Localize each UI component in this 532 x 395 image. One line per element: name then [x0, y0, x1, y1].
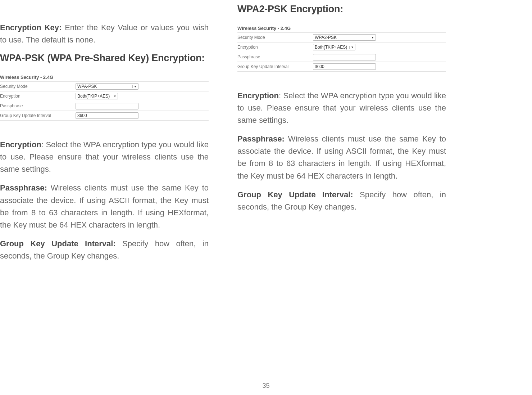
wireless-security-title-2: Wireless Security - 2.4G	[237, 26, 446, 32]
select-encryption-2-value: Both(TKIP+AES)	[315, 45, 347, 50]
para-encryption-2-label: Encryption	[237, 91, 279, 100]
para-interval-2: Group Key Update Interval: Specify how o…	[237, 189, 446, 213]
select-security-mode-2[interactable]: WPA2-PSK ▼	[313, 34, 376, 41]
input-passphrase[interactable]	[76, 103, 138, 109]
right-column: WPA2-PSK Encryption: Wireless Security -…	[237, 4, 446, 269]
label-security-mode-2: Security Mode	[237, 35, 313, 40]
encryption-key-label: Encryption Key:	[0, 23, 62, 32]
chevron-down-icon: ▼	[370, 36, 374, 39]
row-interval-2: Group Key Update Interval 3600	[237, 62, 446, 72]
label-encryption-2: Encryption	[237, 45, 313, 50]
para-passphrase-2-label: Passphrase:	[237, 134, 285, 143]
input-interval-value: 3600	[77, 113, 87, 118]
wpa-psk-heading: WPA-PSK (WPA Pre-Shared Key) Encryption:	[0, 53, 209, 64]
input-passphrase-2[interactable]	[313, 54, 376, 60]
wireless-security-title: Wireless Security - 2.4G	[0, 75, 209, 81]
chevron-down-icon: ▼	[132, 85, 137, 88]
select-security-mode[interactable]: WPA-PSK ▼	[76, 83, 138, 90]
wpa2-psk-settings-screenshot: Wireless Security - 2.4G Security Mode W…	[237, 26, 446, 72]
select-encryption-2[interactable]: Both(TKIP+AES) ▼	[313, 44, 355, 50]
para-encryption: Encryption: Select the WPA encryption ty…	[0, 139, 209, 175]
row-interval: Group Key Update Interval 3600	[0, 111, 209, 121]
row-encryption: Encryption Both(TKIP+AES) ▼	[0, 91, 209, 101]
para-interval-label: Group Key Update Interval:	[0, 239, 116, 248]
label-passphrase: Passphrase	[0, 103, 76, 108]
label-passphrase-2: Passphrase	[237, 54, 313, 59]
select-encryption-value: Both(TKIP+AES)	[77, 94, 110, 99]
row-encryption-2: Encryption Both(TKIP+AES) ▼	[237, 42, 446, 52]
select-encryption[interactable]: Both(TKIP+AES) ▼	[76, 93, 118, 99]
para-passphrase-2: Passphrase: Wireless clients must use th…	[237, 133, 446, 182]
label-security-mode: Security Mode	[0, 84, 76, 89]
input-interval[interactable]: 3600	[76, 112, 138, 119]
label-encryption: Encryption	[0, 94, 76, 99]
input-interval-2-value: 3600	[315, 64, 324, 69]
chevron-down-icon: ▼	[112, 95, 116, 98]
select-security-mode-value: WPA-PSK	[77, 84, 97, 89]
row-passphrase: Passphrase	[0, 101, 209, 111]
row-security-mode-2: Security Mode WPA2-PSK ▼	[237, 32, 446, 42]
label-interval-2: Group Key Update Interval	[237, 64, 313, 69]
row-security-mode: Security Mode WPA-PSK ▼	[0, 81, 209, 91]
left-column: Encryption Key: Enter the Key Value or v…	[0, 4, 209, 269]
row-passphrase-2: Passphrase	[237, 52, 446, 62]
input-interval-2[interactable]: 3600	[313, 63, 376, 70]
para-encryption-label: Encryption	[0, 140, 41, 149]
chevron-down-icon: ▼	[349, 46, 354, 49]
encryption-key-paragraph: Encryption Key: Enter the Key Value or v…	[0, 22, 209, 46]
wpa-psk-settings-screenshot: Wireless Security - 2.4G Security Mode W…	[0, 75, 209, 121]
para-interval: Group Key Update Interval: Specify how o…	[0, 238, 209, 262]
para-interval-2-label: Group Key Update Interval:	[237, 190, 353, 199]
para-encryption-2: Encryption: Select the WPA encryption ty…	[237, 90, 446, 126]
wpa2-psk-heading: WPA2-PSK Encryption:	[237, 4, 446, 15]
label-interval: Group Key Update Interval	[0, 113, 76, 118]
select-security-mode-2-value: WPA2-PSK	[315, 35, 337, 40]
para-passphrase: Passphrase: Wireless clients must use th…	[0, 182, 209, 231]
page-number: 35	[0, 382, 532, 390]
para-passphrase-label: Passphrase:	[0, 183, 47, 192]
